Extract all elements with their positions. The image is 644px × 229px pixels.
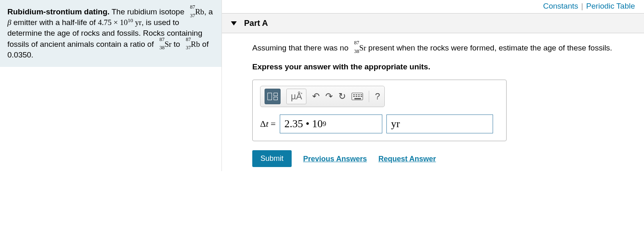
units-button[interactable]: µÅ∘ — [286, 89, 306, 104]
templates-button[interactable] — [265, 89, 281, 104]
periodic-table-link[interactable]: Periodic Table — [586, 2, 635, 10]
help-icon[interactable]: ? — [375, 89, 380, 104]
top-links: Constants | Periodic Table — [222, 0, 644, 13]
question-text: Assuming that there was no 8738Sr presen… — [252, 42, 635, 54]
keyboard-icon[interactable] — [352, 89, 363, 104]
unit-input[interactable]: yr — [386, 114, 493, 133]
answer-lhs: Δt = — [260, 117, 276, 131]
value-input[interactable]: 2.35 • 109 — [280, 114, 382, 133]
answer-row: Δt = 2.35 • 109 yr — [260, 114, 499, 133]
part-a-header[interactable]: Part A — [222, 13, 644, 33]
equation-toolbar: µÅ∘ ↶ ↷ ↻ ? — [260, 86, 385, 107]
problem-title: Rubidium-strontium dating. — [7, 7, 110, 16]
answer-instruction: Express your answer with the appropriate… — [252, 61, 635, 73]
request-answer-link[interactable]: Request Answer — [378, 153, 436, 164]
problem-statement: Rubidium-strontium dating. The rubidium … — [0, 0, 222, 67]
reset-icon[interactable]: ↻ — [338, 89, 346, 104]
toolbar-divider — [369, 91, 369, 102]
redo-icon[interactable]: ↷ — [325, 89, 333, 104]
undo-icon[interactable]: ↶ — [312, 89, 320, 104]
answer-panel: µÅ∘ ↶ ↷ ↻ ? Δt = 2.35 • 109 — [252, 80, 507, 141]
part-a-body: Assuming that there was no 8738Sr presen… — [222, 33, 644, 171]
submit-button[interactable]: Submit — [252, 150, 292, 167]
part-a-label: Part A — [244, 18, 268, 28]
link-divider: | — [581, 2, 583, 10]
constants-link[interactable]: Constants — [543, 2, 578, 10]
action-row: Submit Previous Answers Request Answer — [252, 150, 635, 167]
collapse-icon — [231, 21, 237, 25]
previous-answers-link[interactable]: Previous Answers — [303, 153, 367, 164]
